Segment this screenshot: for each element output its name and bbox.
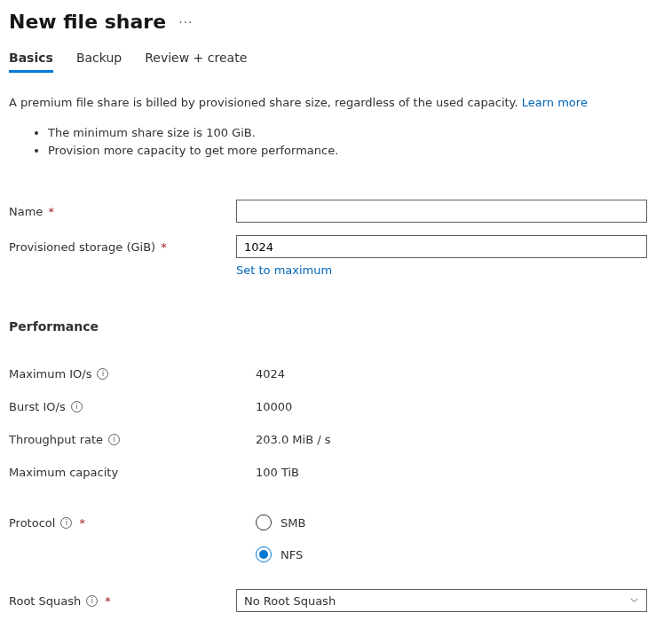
intro-text: A premium file share is billed by provis… bbox=[9, 94, 647, 112]
page-title: New file share bbox=[9, 11, 166, 33]
storage-label-text: Provisioned storage (GiB) bbox=[9, 240, 155, 254]
info-icon[interactable]: i bbox=[71, 401, 83, 412]
max-cap-label: Maximum capacity bbox=[9, 466, 118, 479]
name-input[interactable] bbox=[236, 200, 647, 223]
required-marker: * bbox=[105, 594, 111, 608]
protocol-smb-radio[interactable]: SMB bbox=[256, 514, 305, 530]
burst-io-label: Burst IO/s bbox=[9, 400, 66, 413]
protocol-smb-label: SMB bbox=[281, 516, 305, 530]
protocol-nfs-radio[interactable]: NFS bbox=[256, 546, 305, 562]
radio-unchecked-icon bbox=[256, 514, 272, 530]
intro-body: A premium file share is billed by provis… bbox=[9, 96, 522, 109]
bullet-min-size: The minimum share size is 100 GiB. bbox=[48, 124, 647, 143]
storage-input[interactable] bbox=[236, 235, 647, 258]
name-label: Name * bbox=[9, 205, 236, 218]
performance-heading: Performance bbox=[9, 319, 647, 334]
throughput-value: 203.0 MiB / s bbox=[256, 433, 331, 446]
protocol-nfs-label: NFS bbox=[281, 548, 303, 562]
intro-bullets: The minimum share size is 100 GiB. Provi… bbox=[48, 124, 647, 161]
root-squash-select[interactable]: No Root Squash bbox=[236, 589, 647, 612]
chevron-down-icon bbox=[629, 594, 639, 608]
storage-label: Provisioned storage (GiB) * bbox=[9, 240, 236, 254]
throughput-label: Throughput rate bbox=[9, 433, 103, 446]
info-icon[interactable]: i bbox=[108, 434, 120, 445]
more-icon[interactable]: ··· bbox=[178, 15, 193, 29]
root-squash-value: No Root Squash bbox=[244, 594, 336, 608]
tab-review[interactable]: Review + create bbox=[145, 51, 247, 73]
tab-backup[interactable]: Backup bbox=[76, 51, 122, 73]
info-icon[interactable]: i bbox=[86, 595, 98, 607]
required-marker: * bbox=[79, 516, 85, 530]
max-io-value: 4024 bbox=[256, 367, 285, 381]
max-cap-value: 100 TiB bbox=[256, 466, 299, 479]
protocol-label: Protocol bbox=[9, 516, 55, 530]
bullet-more-capacity: Provision more capacity to get more perf… bbox=[48, 142, 647, 161]
name-label-text: Name bbox=[9, 205, 43, 218]
info-icon[interactable]: i bbox=[60, 517, 72, 529]
tab-basics[interactable]: Basics bbox=[9, 51, 53, 73]
radio-checked-icon bbox=[256, 546, 272, 562]
max-io-label: Maximum IO/s bbox=[9, 367, 91, 381]
learn-more-link[interactable]: Learn more bbox=[522, 96, 588, 109]
set-to-maximum-link[interactable]: Set to maximum bbox=[236, 263, 332, 277]
burst-io-value: 10000 bbox=[256, 400, 292, 413]
required-marker: * bbox=[157, 240, 167, 254]
required-marker: * bbox=[44, 205, 54, 218]
info-icon[interactable]: i bbox=[97, 368, 108, 380]
tabs: Basics Backup Review + create bbox=[9, 51, 647, 73]
root-squash-label: Root Squash bbox=[9, 594, 81, 608]
